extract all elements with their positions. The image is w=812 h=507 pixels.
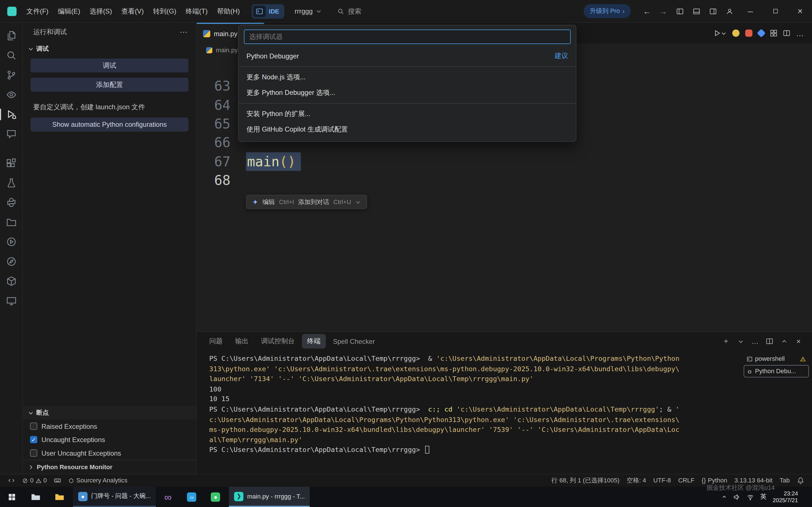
layout-grid-icon[interactable] — [770, 30, 777, 37]
taskbar-window-doc[interactable]: ● 门牌号 - 问题 - 大碗... — [73, 487, 156, 507]
network-icon[interactable] — [747, 493, 754, 501]
menu-go[interactable]: 转到(G) — [149, 0, 181, 22]
menu-terminal[interactable]: 终端(T) — [181, 0, 212, 22]
cursor-position[interactable]: 行 68, 列 1 (已选择1005) — [548, 474, 623, 487]
quickpick-item-python-debugger[interactable]: Python Debugger 建议 — [239, 48, 576, 64]
chat-icon[interactable] — [0, 124, 22, 144]
remote-indicator[interactable] — [4, 474, 19, 487]
quickpick-item-copilot-generate-config[interactable]: 使用 GitHub Copilot 生成调试配置 — [239, 122, 576, 137]
checkbox[interactable] — [30, 449, 37, 457]
toggle-left-sidebar-icon[interactable] — [672, 3, 688, 19]
encoding-indicator[interactable]: UTF-8 — [650, 474, 675, 487]
ide-mode-badge[interactable]: IDE — [252, 4, 285, 18]
project-switcher[interactable]: rrrggg — [295, 7, 322, 15]
menu-view[interactable]: 查看(V) — [117, 0, 149, 22]
breakpoint-raised-exceptions[interactable]: Raised Exceptions — [23, 419, 196, 433]
ai-edit-label[interactable]: 编辑 — [262, 198, 275, 206]
sourcery-analytics[interactable]: Sourcery Analytics — [65, 474, 131, 487]
extension-yellow-icon[interactable] — [733, 30, 740, 37]
menu-selection[interactable]: 选择(S) — [85, 0, 117, 22]
tray-chevron-up-icon[interactable] — [721, 494, 727, 500]
more-actions-icon[interactable]: … — [796, 29, 804, 38]
panel-tab-problems[interactable]: 问题 — [204, 334, 228, 348]
panel-tab-terminal[interactable]: 终端 — [302, 334, 326, 348]
more-actions-icon[interactable]: ⋯ — [180, 27, 188, 37]
volume-icon[interactable] — [733, 493, 741, 501]
checkbox[interactable] — [30, 422, 37, 430]
search-sidebar-icon[interactable] — [0, 46, 22, 65]
auto-python-config-button[interactable]: Show automatic Python configurations — [31, 117, 188, 131]
add-configuration-button[interactable]: 添加配置 — [31, 78, 188, 92]
upgrade-pro-button[interactable]: 升级到 Pro› — [584, 4, 631, 18]
terminal-dropdown-icon[interactable] — [734, 335, 747, 347]
close-button[interactable]: × — [788, 0, 812, 22]
menu-edit[interactable]: 编辑(E) — [53, 0, 85, 22]
quickpick-item-install-python-ext[interactable]: 安装 Python 的扩展... — [239, 106, 576, 122]
forward-button[interactable]: → — [655, 7, 671, 15]
extension-red-icon[interactable] — [745, 30, 752, 37]
terminal-item-powershell[interactable]: powershell — [744, 352, 809, 365]
split-editor-icon[interactable] — [783, 30, 790, 37]
minimize-button[interactable]: ─ — [739, 0, 762, 22]
split-terminal-icon[interactable] — [763, 335, 776, 347]
keyboard-icon[interactable] — [51, 474, 65, 487]
project-folder-icon[interactable] — [0, 212, 22, 232]
breakpoint-user-uncaught-exceptions[interactable]: User Uncaught Exceptions — [23, 446, 196, 460]
run-python-file-button[interactable] — [714, 30, 727, 37]
problems-indicator[interactable]: 0 0 — [19, 474, 51, 487]
panel-tab-spell-checker[interactable]: Spell Checker — [328, 335, 380, 348]
remote-monitor-icon[interactable] — [0, 291, 22, 311]
source-control-icon[interactable] — [0, 65, 22, 85]
green-app-icon[interactable]: ● — [204, 487, 227, 507]
menu-file[interactable]: 文件(F) — [22, 0, 53, 22]
visual-studio-icon[interactable]: ∞ — [156, 487, 180, 507]
terminal-item-python-debug[interactable]: Python Debu... — [744, 365, 809, 378]
taskbar-window-trae[interactable]: ❯ main.py - rrrggg - T... — [229, 487, 310, 507]
maximize-panel-icon[interactable] — [778, 335, 790, 347]
toggle-right-sidebar-icon[interactable] — [705, 3, 721, 19]
preview-eye-icon[interactable] — [0, 85, 22, 105]
tab-focus-mode[interactable]: Tab — [776, 474, 793, 487]
explorer-icon[interactable] — [0, 26, 22, 46]
global-search[interactable]: 搜索 — [337, 6, 361, 16]
debug-button[interactable]: 调试 — [31, 58, 188, 72]
indentation-indicator[interactable]: 空格: 4 — [623, 474, 650, 487]
eol-indicator[interactable]: CRLF — [675, 474, 698, 487]
start-button[interactable] — [0, 487, 24, 507]
new-terminal-icon[interactable]: ＋ — [720, 335, 733, 347]
inline-ai-hint[interactable]: ✦ 编辑 Ctrl+I 添加到对话 Ctrl+U — [246, 195, 367, 209]
breakpoint-uncaught-exceptions[interactable]: Uncaught Exceptions — [23, 433, 196, 446]
file-explorer-icon[interactable] — [24, 487, 47, 507]
tray-clock[interactable]: 23:24 2025/7/21 — [773, 490, 798, 504]
toggle-panel-icon[interactable] — [689, 3, 704, 19]
notifications-bell-icon[interactable] — [793, 474, 808, 487]
account-icon[interactable] — [722, 3, 738, 19]
breakpoints-section-header[interactable]: 断点 — [23, 406, 196, 419]
package-icon[interactable] — [0, 271, 22, 291]
quickpick-item-more-node-options[interactable]: 更多 Node.js 选项... — [239, 69, 576, 85]
checkbox[interactable] — [30, 436, 37, 443]
app-logo-icon[interactable] — [7, 6, 17, 16]
panel-tab-output[interactable]: 输出 — [230, 334, 253, 348]
python-icon[interactable] — [0, 192, 22, 212]
test-beaker-icon[interactable] — [0, 173, 22, 193]
run-debug-icon[interactable] — [0, 105, 22, 124]
quickpick-item-more-python-options[interactable]: 更多 Python Debugger 选项... — [239, 85, 576, 101]
vscode-icon[interactable]: ‹› — [180, 487, 204, 507]
folder-icon[interactable] — [48, 487, 71, 507]
debug-section-header[interactable]: 调试 — [23, 42, 196, 56]
menu-help[interactable]: 帮助(H) — [212, 0, 244, 22]
extension-blue-icon[interactable] — [757, 29, 766, 38]
quickpick-input[interactable]: 选择调试器 — [244, 30, 571, 44]
back-button[interactable]: ← — [639, 7, 654, 15]
ai-add-to-chat-label[interactable]: 添加到对话 — [298, 198, 329, 206]
python-resource-monitor-section[interactable]: Python Resource Monitor — [23, 460, 196, 474]
maximize-button[interactable] — [763, 0, 787, 22]
input-method-indicator[interactable]: 英 — [760, 492, 766, 501]
compass-icon[interactable] — [0, 251, 22, 271]
panel-tab-debug-console[interactable]: 调试控制台 — [256, 334, 300, 348]
extensions-icon[interactable] — [0, 153, 22, 173]
run-circle-icon[interactable] — [0, 232, 22, 252]
close-panel-icon[interactable]: × — [792, 335, 805, 347]
more-actions-icon[interactable]: … — [749, 335, 761, 347]
